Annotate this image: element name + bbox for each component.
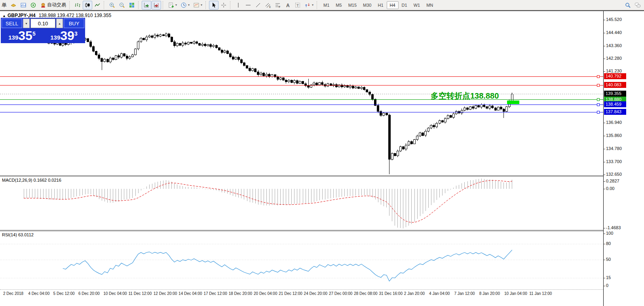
timeframe-m5-button[interactable]: M5 bbox=[332, 1, 345, 9]
time-axis[interactable]: 2 Dec 20184 Dec 04:005 Dec 12:006 Dec 20… bbox=[0, 288, 603, 306]
fibonacci-button[interactable]: F bbox=[273, 1, 283, 10]
hline-icon bbox=[245, 2, 251, 8]
rsi-canvas[interactable] bbox=[0, 231, 603, 288]
autotrading-button[interactable]: 自动交易 bbox=[38, 1, 68, 10]
time-label: 8 Jan 20:00 bbox=[479, 291, 500, 296]
axis-tick: 136.940 bbox=[606, 120, 622, 125]
template-icon bbox=[193, 2, 199, 8]
chevron-down-icon: ▾ bbox=[188, 3, 190, 7]
indicators-list-button[interactable]: ▾ bbox=[166, 1, 179, 10]
templates-button[interactable]: ▾ bbox=[192, 1, 204, 10]
timeframe-m30-button[interactable]: M30 bbox=[360, 1, 374, 9]
price-macd-splitter[interactable] bbox=[0, 175, 644, 177]
periods-button[interactable]: ▾ bbox=[179, 1, 191, 10]
chat-button[interactable] bbox=[633, 1, 642, 10]
timeframe-mn-button[interactable]: MN bbox=[423, 1, 436, 9]
axis-tick: 145.520 bbox=[606, 17, 622, 22]
time-axis-separator bbox=[0, 289, 603, 290]
cursor-icon bbox=[211, 2, 217, 8]
market-watch-button[interactable] bbox=[28, 1, 38, 10]
time-label: 2 Dec 2018 bbox=[3, 291, 23, 296]
buy-price-sup: 3 bbox=[74, 30, 78, 37]
search-icon bbox=[625, 2, 631, 8]
chart-annotation-text[interactable]: 多空转折点138.880 bbox=[431, 91, 499, 101]
zoom-out-button[interactable] bbox=[117, 1, 127, 10]
chart-shift-button[interactable] bbox=[152, 1, 161, 10]
bars-icon bbox=[74, 2, 81, 8]
chevron-down-icon: ▾ bbox=[312, 3, 313, 7]
timeframe-h4-button[interactable]: H4 bbox=[387, 1, 399, 9]
price-chart-canvas[interactable] bbox=[0, 11, 603, 175]
price-chart-pane[interactable]: ▲GBPJPY-,H4138.988 139.472 138.910 139.3… bbox=[0, 11, 603, 175]
volume-increase-button[interactable]: ▲ bbox=[56, 19, 63, 28]
axis-tick: 133.700 bbox=[606, 159, 622, 164]
toolbar-separator bbox=[163, 1, 165, 9]
trendline-button[interactable] bbox=[253, 1, 263, 10]
collapse-panel-icon[interactable]: ▲ bbox=[2, 14, 6, 18]
axis-tick: 0 bbox=[606, 283, 608, 288]
time-label: 21 Dec 12:00 bbox=[279, 291, 302, 296]
fibo-icon: F bbox=[275, 2, 281, 8]
autoscroll-icon bbox=[143, 2, 150, 8]
search-button[interactable] bbox=[623, 1, 633, 10]
time-label: 18 Dec 20:00 bbox=[229, 291, 253, 296]
new-chart-window-button[interactable] bbox=[19, 1, 28, 10]
axis-tick: 100 bbox=[606, 231, 613, 236]
tiles-icon bbox=[129, 2, 135, 8]
toolbar-separator bbox=[230, 1, 232, 9]
sell-quote[interactable]: 139355 bbox=[2, 29, 42, 42]
linechart-icon bbox=[94, 2, 101, 8]
cursor-button[interactable] bbox=[209, 1, 218, 10]
tile-windows-button[interactable] bbox=[127, 1, 137, 10]
axis-tick: 142.280 bbox=[606, 56, 622, 61]
text-label-button[interactable]: T bbox=[293, 1, 302, 10]
timeframe-m15-button[interactable]: M15 bbox=[345, 1, 360, 9]
axis-tick: -1.4683 bbox=[606, 225, 621, 230]
text-button[interactable]: A bbox=[283, 1, 293, 10]
time-label: 5 Dec 12:00 bbox=[53, 291, 75, 296]
timeframe-m1-button[interactable]: M1 bbox=[320, 1, 332, 9]
time-label: 27 Dec 00:00 bbox=[329, 291, 353, 296]
timeframe-d1-button[interactable]: D1 bbox=[399, 1, 410, 9]
time-label: 14 Dec 04:00 bbox=[179, 291, 202, 296]
svg-text:F: F bbox=[279, 5, 281, 8]
buy-button[interactable]: BUY bbox=[64, 19, 84, 28]
crosshair-button[interactable] bbox=[219, 1, 228, 10]
volume-decrease-button[interactable]: ▼ bbox=[23, 19, 30, 28]
candlestick-chart-button[interactable] bbox=[83, 1, 92, 10]
equidistant-channel-button[interactable]: E bbox=[263, 1, 273, 10]
sell-button[interactable]: SELL bbox=[2, 19, 22, 28]
toolbar-separator bbox=[138, 1, 140, 9]
timeframe-w1-button[interactable]: W1 bbox=[410, 1, 424, 9]
line-chart-button[interactable] bbox=[93, 1, 102, 10]
horizontal-line-button[interactable] bbox=[243, 1, 253, 10]
auto-scroll-button[interactable] bbox=[142, 1, 151, 10]
time-label: 4 Dec 04:00 bbox=[28, 291, 49, 296]
axis-tick: 0.2827 bbox=[606, 179, 619, 183]
time-label: 31 Dec 16:00 bbox=[379, 291, 403, 296]
macd-rsi-splitter[interactable] bbox=[0, 230, 644, 231]
zoom-in-button[interactable] bbox=[107, 1, 117, 10]
svg-text:A: A bbox=[286, 2, 290, 8]
vertical-line-button[interactable] bbox=[234, 1, 243, 10]
macd-canvas[interactable] bbox=[0, 177, 603, 230]
bar-chart-button[interactable] bbox=[73, 1, 82, 10]
arrows-button[interactable]: ▾ bbox=[303, 1, 315, 10]
buy-quote[interactable]: 139393 bbox=[44, 29, 84, 42]
volume-input[interactable]: 0.10 bbox=[30, 19, 55, 28]
symbol-label: GBPJPY-,H4 bbox=[8, 13, 36, 18]
axis-tick: 0.00 bbox=[606, 186, 614, 191]
annotation-marker-rect[interactable] bbox=[507, 101, 519, 104]
new-order-partial-label[interactable]: 单 bbox=[2, 2, 7, 9]
time-label: 7 Jan 12:00 bbox=[454, 291, 475, 296]
timeframe-h1-button[interactable]: H1 bbox=[374, 1, 386, 9]
rsi-pane[interactable]: RSI(14) 63.0112 bbox=[0, 231, 603, 288]
svg-text:E: E bbox=[269, 5, 271, 8]
sell-price-big: 35 bbox=[18, 30, 32, 42]
chevron-down-icon: ▾ bbox=[201, 3, 202, 7]
macd-pane[interactable]: MACD(12,26,9) 0.1662 0.0216 bbox=[0, 177, 603, 230]
time-label: 11 Jan 12:00 bbox=[529, 291, 552, 296]
price-axis[interactable]: 145.520144.440143.360142.280141.230136.9… bbox=[603, 11, 644, 306]
layers-icon-button[interactable] bbox=[9, 1, 18, 10]
axis-tick: 134.780 bbox=[606, 146, 622, 151]
